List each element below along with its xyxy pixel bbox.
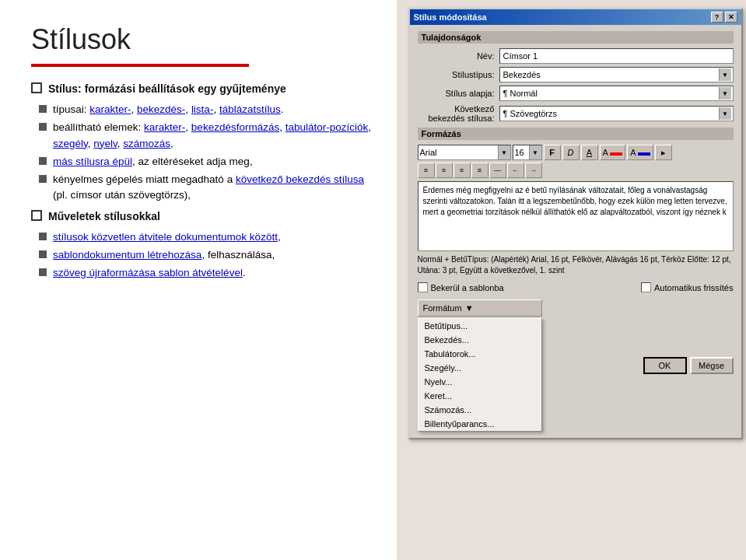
bullet-icon (39, 175, 47, 183)
line-spacing-button[interactable]: — (489, 163, 506, 178)
font-bar: Arial ▼ 16 ▼ F D A A A (418, 145, 734, 160)
list-item: beállítható elemek: karakter-, bekezdésf… (39, 120, 373, 152)
align-left-button[interactable]: ≡ (418, 163, 435, 178)
section1-bullet-list: típusai: karakter-, bekezdés-, lista-, t… (31, 102, 373, 204)
size-select-arrow: ▼ (529, 145, 541, 159)
indent-left-button[interactable]: ← (507, 163, 524, 178)
section2-title: Műveletek stílusokkal (48, 208, 160, 225)
link-lista[interactable]: lista- (191, 103, 214, 115)
more-format-button[interactable]: ▸ (655, 145, 672, 160)
color-bar (610, 152, 622, 156)
font-select[interactable]: Arial ▼ (418, 145, 511, 160)
section2-bullet-list: stílusok közvetlen átvitele dokumentumok… (31, 229, 373, 282)
indent-right-button[interactable]: → (525, 163, 542, 178)
font-size-select[interactable]: 16 ▼ (513, 145, 542, 160)
link-bek-form[interactable]: bekezdésformázás (191, 121, 279, 133)
list-item: más stílusra épül, az eltéréseket adja m… (39, 154, 373, 170)
next-para-select[interactable]: ¶ Szövegtörzs ▼ (499, 106, 734, 121)
based-on-select[interactable]: ¶ Normál ▼ (499, 86, 734, 101)
select-arrow-icon2: ▼ (719, 87, 731, 100)
checkbox2-row: Automatikus frissítés (641, 282, 733, 292)
formatting-section-label: Formázás (418, 128, 734, 140)
link-stilusok-atvitel[interactable]: stílusok közvetlen átvitele dokumentumok… (53, 231, 278, 243)
properties-section-label: Tulajdonságok (418, 31, 734, 44)
menu-item-font[interactable]: Betűtípus... (419, 319, 541, 333)
align-justify-button[interactable]: ≡ (471, 163, 489, 178)
list-item: stílusok közvetlen átvitele dokumentumok… (39, 229, 373, 245)
ok-button[interactable]: OK (643, 357, 687, 374)
section1-title: Stílus: formázási beállítások egy gyűjte… (48, 81, 286, 97)
menu-item-border[interactable]: Szegély... (419, 361, 541, 375)
link-kovetkezo[interactable]: következő bekezdés stílusa (236, 173, 364, 185)
italic-button[interactable]: D (562, 145, 580, 160)
align-center-button[interactable]: ≡ (436, 163, 453, 178)
preview-box: Érdemes még megfigyelni az é betű nyílás… (418, 181, 734, 251)
checkbox1-row: Bekerül a sablonba (418, 282, 504, 292)
bold-button[interactable]: F (544, 145, 561, 160)
style-type-row: Stílustípus: Bekezdés ▼ (418, 67, 734, 82)
bullet-icon (39, 157, 47, 165)
next-para-row: Következő bekezdés stílusa: ¶ Szövegtörz… (418, 104, 734, 123)
link-sablon-letrehozas[interactable]: sablondokumentum létrehozása (53, 249, 201, 261)
bullet-icon (39, 233, 47, 240)
underline-button[interactable]: A (581, 145, 598, 160)
dialog-buttons: OK Mégse (643, 357, 734, 374)
checkbox1-label: Bekerül a sablonba (431, 283, 504, 292)
bullet-icon (39, 268, 47, 276)
list-item: sablondokumentum létrehozása, felhasznál… (39, 247, 373, 263)
dropdown-arrow-icon: ▼ (465, 303, 474, 313)
align-bar: ≡ ≡ ≡ ≡ — ← → (418, 163, 734, 178)
menu-item-frame[interactable]: Keret... (419, 389, 541, 403)
font-color-indicator: A (603, 148, 623, 157)
link-karakter[interactable]: karakter- (89, 103, 131, 115)
link-szegely[interactable]: szegély (53, 138, 88, 149)
right-panel: Stílus módosítása ? ✕ Tulajdonságok Név:… (397, 0, 746, 560)
menu-item-numbering[interactable]: Számozás... (419, 403, 541, 417)
format-dropdown-button[interactable]: Formátum ▼ (418, 299, 542, 317)
link-tablazat[interactable]: táblázatstílus (219, 103, 281, 115)
menu-item-paragraph[interactable]: Bekezdés... (419, 333, 541, 347)
based-on-label: Stílus alapja: (418, 89, 499, 98)
style-type-select[interactable]: Bekezdés ▼ (499, 67, 734, 82)
cancel-button[interactable]: Mégse (690, 357, 734, 374)
link-kar2[interactable]: karakter- (144, 121, 185, 133)
link-ujraformaz[interactable]: szöveg újraformázása sablon átvételével (53, 267, 243, 278)
menu-item-language[interactable]: Nyelv... (419, 375, 541, 389)
font-color2-indicator: A (630, 148, 650, 157)
select-arrow-icon: ▼ (719, 68, 731, 81)
link-tab-poz[interactable]: tabulátor-pozíciók (285, 121, 369, 133)
link-bekezdes[interactable]: bekezdés- (137, 103, 185, 115)
name-input[interactable]: Címsor 1 (499, 48, 734, 64)
bottom-row: Formátum ▼ Betűtípus... Bekezdés... Tabu… (418, 299, 734, 432)
link-szamozas[interactable]: számozás (123, 138, 170, 149)
help-button[interactable]: ? (711, 12, 723, 23)
link-mas-stilusra[interactable]: más stílusra épül (53, 156, 132, 167)
font-color2-button[interactable]: A (627, 145, 653, 160)
section1-heading: Stílus: formázási beállítások egy gyűjte… (31, 81, 373, 97)
font-color-button[interactable]: A (600, 145, 626, 160)
dialog-title-buttons: ? ✕ (711, 12, 737, 23)
bullet-icon (39, 250, 47, 258)
list-item: szöveg újraformázása sablon átvételével. (39, 265, 373, 281)
close-button[interactable]: ✕ (725, 12, 737, 23)
link-nyelv[interactable]: nyelv (93, 138, 117, 149)
page-title: Stílusok (31, 23, 373, 56)
menu-item-tabs[interactable]: Tabulátorok... (419, 347, 541, 361)
checkbox1[interactable] (418, 282, 428, 292)
checkbox2[interactable] (641, 282, 651, 292)
align-right-button[interactable]: ≡ (454, 163, 471, 178)
style-type-label: Stílustípus: (418, 70, 499, 79)
based-on-row: Stílus alapja: ¶ Normál ▼ (418, 86, 734, 101)
dialog-title: Stílus módosítása (414, 12, 487, 22)
dialog-box: Stílus módosítása ? ✕ Tulajdonságok Név:… (408, 8, 743, 439)
dialog-body: Tulajdonságok Név: Címsor 1 Stílustípus:… (410, 25, 741, 438)
decorative-line (31, 64, 249, 67)
content-area: Stílus: formázási beállítások egy gyűjte… (31, 81, 373, 281)
dialog-titlebar: Stílus módosítása ? ✕ (410, 9, 741, 25)
menu-item-shortcut[interactable]: Billentyűparancs... (419, 417, 541, 431)
list-item: típusai: karakter-, bekezdés-, lista-, t… (39, 102, 373, 117)
bullet-icon (39, 105, 47, 113)
bullet-icon (39, 123, 47, 131)
format-context-menu: Betűtípus... Bekezdés... Tabulátorok... … (418, 318, 542, 432)
font-select-arrow: ▼ (498, 145, 510, 159)
